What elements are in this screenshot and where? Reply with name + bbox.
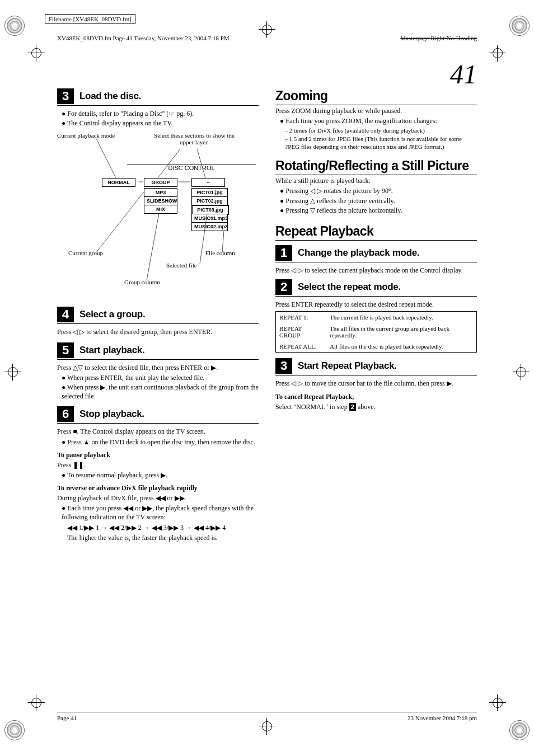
diagram-box-mp3: MP3 <box>144 188 177 197</box>
repeat-step-3-header: 3 Start Repeat Playback. <box>275 358 477 375</box>
svg-line-0 <box>96 139 116 178</box>
step-6-header: 6 Stop playback. <box>57 406 259 424</box>
table-cell: The all files in the current group are p… <box>326 323 476 341</box>
page-number: 41 <box>450 59 477 90</box>
table-cell: REPEAT 1: <box>276 312 326 323</box>
step-number: 1 <box>275 245 292 261</box>
step-5-header: 5 Start playback. <box>57 342 259 360</box>
footer-right: 23 November 2004 7:18 pm <box>407 715 477 721</box>
diagram-box-group: GROUP <box>144 178 177 187</box>
right-column: Zooming Press ZOOM during playback or wh… <box>275 88 477 543</box>
step-title: Start Repeat Playback. <box>298 360 397 372</box>
body-text: Press ◁ ▷ to move the cursor bar to the … <box>275 379 477 388</box>
section-heading-zooming: Zooming <box>275 88 477 105</box>
crop-mark-icon <box>28 45 45 62</box>
body-text: Press ENTER repeatedly to select the des… <box>275 300 477 309</box>
diagram-box-slideshow: SLIDESHOW <box>144 196 177 205</box>
diagram-title: DISC CONTROL <box>141 165 242 171</box>
table-row: REPEAT GROUP: The all files in the curre… <box>276 323 476 341</box>
left-column: 3 Load the disc. ● For details, refer to… <box>57 88 259 543</box>
step-title: Stop playback. <box>79 408 144 420</box>
step-number: 2 <box>275 279 292 295</box>
table-cell: REPEAT ALL: <box>276 341 326 352</box>
step-title: Load the disc. <box>79 91 141 102</box>
diagram-box-file: PICT01.jpg <box>191 188 228 197</box>
body-text: During playback of DivX file, press ◀◀ o… <box>57 494 259 503</box>
step-number: 6 <box>57 406 74 422</box>
diagram-label: Select these sections to show the upper … <box>152 132 236 145</box>
svg-line-3 <box>96 192 144 252</box>
bullet-text: ● Each time you press ◀◀ or ▶▶, the play… <box>62 504 259 522</box>
page-header: XV48EK_08DVD.fm Page 41 Tuesday, Novembe… <box>57 35 477 43</box>
step-number: 3 <box>275 358 292 374</box>
step-title: Select a group. <box>79 309 145 320</box>
body-text: While a still picture is played back: <box>275 176 477 185</box>
filename-label: Filename [XV48EK_08DVD.fm] <box>45 14 135 24</box>
repeat-mode-table: REPEAT 1: The current file is played bac… <box>275 311 477 353</box>
table-cell: All files on the disc is played back rep… <box>326 341 476 352</box>
crop-mark-icon <box>513 364 530 381</box>
svg-line-6 <box>147 213 159 280</box>
bullet-text: ● The Control display appears on the TV. <box>62 119 259 128</box>
header-right: Masterpage:Right-No-Heading <box>400 35 477 41</box>
registration-mark-icon <box>4 16 25 36</box>
table-row: REPEAT 1: The current file is played bac… <box>276 312 476 323</box>
registration-mark-icon <box>509 720 530 740</box>
section-heading-rotating: Rotating/Reflecting a Still Picture <box>275 158 477 175</box>
header-left: XV48EK_08DVD.fm Page 41 Tuesday, Novembe… <box>57 35 229 41</box>
step-number: 3 <box>57 88 74 104</box>
bullet-text: ● When press ENTER, the unit play the se… <box>62 373 259 382</box>
crop-mark-icon <box>4 364 21 381</box>
page-footer: Page 41 23 November 2004 7:18 pm <box>57 712 477 721</box>
step-number: 4 <box>57 307 74 322</box>
diagram-label: Selected file <box>166 262 197 269</box>
disc-control-diagram: Current playback mode Select these secti… <box>57 132 259 300</box>
step-4-header: 4 Select a group. <box>57 307 259 324</box>
step-ref-box: 2 <box>349 403 356 411</box>
sub-heading: To pause playback <box>57 451 259 459</box>
bullet-text: ● Each time you press ZOOM, the magnific… <box>280 116 477 125</box>
body-text: Press ZOOM during playback or while paus… <box>275 106 477 115</box>
svg-line-2 <box>197 149 205 178</box>
diagram-label: Current playback mode <box>57 132 115 139</box>
svg-line-1 <box>158 149 180 178</box>
diagram-label: Current group <box>68 250 103 256</box>
step-title: Select the repeat mode. <box>298 281 401 293</box>
registration-mark-icon <box>509 16 530 36</box>
table-cell: The current file is played back repeated… <box>326 312 476 323</box>
step-number: 5 <box>57 342 74 358</box>
diagram-box-dash: -- <box>191 178 225 187</box>
diagram-box-normal: NORMAL <box>102 178 135 187</box>
body-text: ◀◀ 1/▶▶ 1 → ◀◀ 2/▶▶ 2 → ◀◀ 3/▶▶ 3 → ◀◀ 4… <box>67 523 259 532</box>
bullet-text: ● When press ▶, the unit start continuou… <box>62 383 259 401</box>
crop-mark-icon <box>489 45 506 62</box>
sub-text: - 1.5 and 2 times for JPEG files (This f… <box>285 135 477 151</box>
sub-heading: To reverse or advance DivX file playback… <box>57 484 259 492</box>
crop-mark-icon <box>28 694 45 711</box>
diagram-box-mix: MIX <box>144 205 177 214</box>
body-text: Press ❚❚. <box>57 461 259 469</box>
table-cell: REPEAT GROUP: <box>276 323 326 341</box>
sub-heading: To cancel Repeat Playback, <box>275 393 477 401</box>
step-title: Change the playback mode. <box>298 247 419 259</box>
section-heading-repeat: Repeat Playback <box>275 224 477 241</box>
bullet-text: ● Pressing ▽ reflects the picture horizo… <box>280 206 477 215</box>
body-text: Select "NORMAL" in step 2 above. <box>275 402 477 411</box>
diagram-box-file: PICT02.jpg <box>191 196 228 205</box>
bullet-text: ● To resume normal playback, press ▶. <box>62 471 259 480</box>
bullet-text: ● For details, refer to "Placing a Disc"… <box>62 109 259 118</box>
diagram-box-file: MUSIC01.mp3 <box>191 214 228 223</box>
diagram-label: Group column <box>124 279 160 285</box>
body-text: Press ◁ ▷ to select the current playback… <box>275 266 477 275</box>
crop-mark-icon <box>489 694 506 711</box>
body-text: Press △▽ to select the desired file, the… <box>57 363 259 372</box>
step-title: Start playback. <box>79 345 144 356</box>
diagram-box-file: MUSIC02.mp3 <box>191 222 228 231</box>
bullet-text: ● Pressing ◁ ▷ rotates the picture by 90… <box>280 186 477 195</box>
repeat-step-1-header: 1 Change the playback mode. <box>275 245 477 262</box>
table-row: REPEAT ALL: All files on the disc is pla… <box>276 341 476 352</box>
diagram-label: File column <box>205 250 235 256</box>
registration-mark-icon <box>4 720 25 740</box>
step-3-header: 3 Load the disc. <box>57 88 259 106</box>
repeat-step-2-header: 2 Select the repeat mode. <box>275 279 477 297</box>
